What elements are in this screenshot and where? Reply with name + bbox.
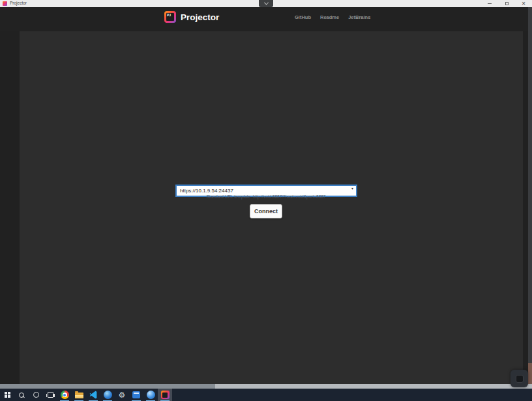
edge-icon (104, 391, 112, 399)
minimize-icon (488, 3, 492, 4)
taskbar-vscode[interactable] (86, 389, 100, 401)
app-header (0, 7, 532, 31)
logo-letters: PJ (167, 13, 171, 17)
url-combobox: ▾ (176, 183, 357, 194)
close-button[interactable]: ✕ (515, 0, 532, 7)
desktop: Projector ✕ PJ Projector GitHub Readme J… (0, 0, 532, 401)
task-view-icon (48, 392, 53, 398)
floating-widget-icon (516, 375, 524, 383)
horizontal-scrollbar-thumb[interactable] (0, 384, 215, 389)
file-explorer-icon (75, 393, 83, 398)
windows-start-icon (5, 392, 10, 398)
header-nav: GitHub Readme JetBrains (295, 14, 370, 20)
taskbar-search[interactable] (14, 389, 29, 401)
vertical-scrollbar[interactable] (528, 7, 532, 384)
chevron-down-icon (263, 1, 268, 5)
nav-link-github[interactable]: GitHub (295, 14, 311, 20)
vertical-scrollbar-track-end (528, 363, 532, 384)
taskbar-task-view[interactable] (43, 389, 57, 401)
chrome-icon (61, 391, 69, 399)
sphere-app-icon (147, 391, 155, 399)
window-titlebar: Projector ✕ (0, 0, 532, 7)
app-content: PJ Projector GitHub Readme JetBrains ▾ S… (0, 7, 532, 389)
taskbar: ⚙ ^ 英 中 8:45 2022/4/16 (0, 389, 532, 401)
taskbar-edge[interactable] (100, 389, 115, 401)
taskbar-chrome[interactable] (57, 389, 72, 401)
titlebar-pulldown-tab[interactable] (259, 0, 273, 7)
projector-logo-icon: PJ (164, 11, 176, 23)
scrollbar-corner (528, 384, 532, 389)
start-button[interactable] (0, 389, 14, 401)
horizontal-scrollbar[interactable] (0, 384, 528, 389)
minimize-button[interactable] (481, 0, 498, 7)
maximize-icon (505, 2, 509, 5)
url-template-hint: Standard URL template: http://void:8887/… (0, 194, 532, 199)
app-icon (3, 1, 7, 6)
blue-app-icon (132, 391, 140, 398)
search-icon (19, 393, 24, 398)
maximize-button[interactable] (498, 0, 515, 7)
settings-gear-icon: ⚙ (119, 391, 126, 399)
nav-link-jetbrains[interactable]: JetBrains (348, 14, 370, 20)
brand-name: Projector (181, 12, 219, 22)
nav-link-readme[interactable]: Readme (320, 14, 339, 20)
window-controls: ✕ (481, 0, 532, 7)
taskbar-cortana[interactable] (29, 389, 43, 401)
floating-widget[interactable] (510, 370, 528, 387)
brand: PJ Projector (164, 11, 219, 23)
taskbar-file-explorer[interactable] (72, 389, 86, 401)
cortana-icon (33, 392, 39, 398)
taskbar-blue-app[interactable] (129, 389, 143, 401)
taskbar-settings[interactable]: ⚙ (115, 389, 129, 401)
window-title: Projector (10, 1, 27, 5)
taskbar-sphere-app[interactable] (143, 389, 158, 401)
projector-icon (161, 391, 170, 399)
connect-button[interactable]: Connect (250, 204, 282, 218)
vertical-scrollbar-thumb[interactable] (528, 7, 532, 363)
vscode-icon (89, 391, 98, 399)
taskbar-projector[interactable] (158, 389, 172, 401)
